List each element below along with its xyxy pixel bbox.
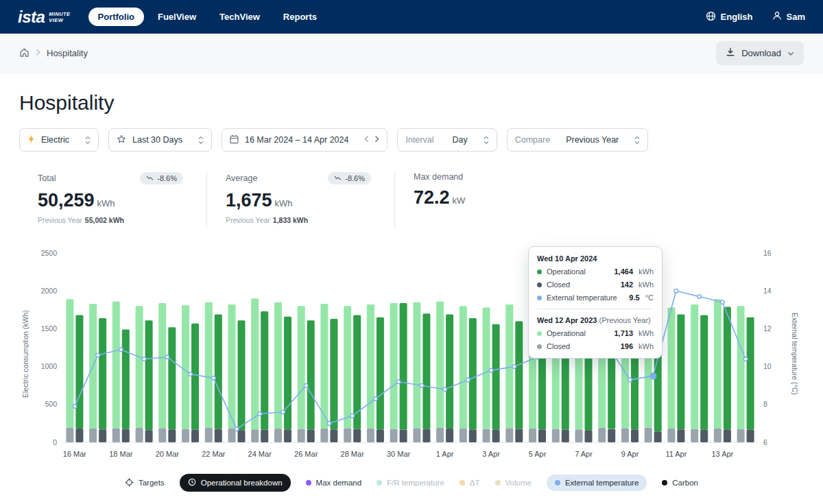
fr-temperature-dot-icon	[377, 480, 382, 485]
previous-period-icon[interactable]	[364, 135, 369, 145]
svg-text:16: 16	[763, 249, 772, 257]
svg-text:16 Mar: 16 Mar	[63, 450, 87, 458]
brand-subtitle: MINUTEVIEW	[49, 11, 70, 23]
download-button[interactable]: Download	[716, 41, 804, 65]
tooltip-row-prev-closed: Closed 196kWh	[537, 342, 654, 350]
primary-nav: Portfolio FuelView TechView Reports	[88, 8, 326, 26]
compare-select[interactable]: Compare Previous Year	[507, 128, 649, 152]
legend-fr-temperature[interactable]: F/R temperature	[377, 479, 444, 487]
carbon-dot-icon	[662, 480, 667, 485]
top-navbar: ista MINUTEVIEW Portfolio FuelView TechV…	[0, 0, 823, 34]
download-icon	[726, 47, 735, 59]
nav-tab-portfolio[interactable]: Portfolio	[88, 8, 144, 26]
breadcrumb: Hospitality	[19, 47, 88, 60]
breadcrumb-bar: Hospitality Download	[0, 34, 823, 73]
breadcrumb-current[interactable]: Hospitality	[47, 48, 88, 58]
svg-text:6: 6	[763, 438, 767, 446]
nav-tab-fuelview[interactable]: FuelView	[148, 8, 206, 26]
meter-type-select[interactable]: Electric	[19, 128, 99, 152]
kpi-previous: Previous Year1,833 kWh	[226, 216, 371, 224]
period-select[interactable]: Last 30 Days	[108, 128, 212, 152]
previous-closed-dot-icon	[537, 344, 542, 349]
trend-down-icon	[146, 174, 154, 182]
tooltip-row-temperature: External temperature 9.5°C	[537, 293, 654, 302]
svg-text:2000: 2000	[41, 287, 58, 295]
user-menu[interactable]: Sam	[772, 11, 805, 23]
main-content: Hospitality Electric Last 30 Days 16 Mar…	[0, 91, 823, 492]
interval-select[interactable]: Interval Day	[397, 128, 497, 152]
svg-text:1 Apr: 1 Apr	[436, 450, 454, 458]
legend-carbon[interactable]: Carbon	[662, 479, 698, 487]
select-stepper-icon	[198, 136, 204, 145]
svg-text:11 Apr: 11 Apr	[665, 450, 687, 458]
nav-tab-reports[interactable]: Reports	[274, 8, 326, 26]
clock-icon	[188, 478, 196, 488]
globe-icon	[706, 11, 716, 23]
svg-text:1000: 1000	[41, 362, 58, 370]
legend-volume[interactable]: Volume	[495, 479, 532, 487]
filter-bar: Electric Last 30 Days 16 Mar 2024 – 14 A…	[19, 128, 804, 152]
legend-operational-breakdown[interactable]: Operational breakdown	[180, 474, 291, 492]
svg-text:5 Apr: 5 Apr	[529, 450, 547, 458]
svg-text:20 Mar: 20 Mar	[156, 450, 180, 458]
select-stepper-icon	[484, 136, 489, 145]
temperature-dot-icon	[537, 296, 542, 300]
closed-dot-icon	[537, 283, 542, 287]
kpi-previous: Previous Year55,002 kWh	[38, 216, 183, 224]
previous-operational-dot-icon	[537, 331, 542, 336]
kpi-max-demand: Max demand 72.2kW	[394, 172, 582, 227]
kpi-total: Total -8.6% 50,259kWh Previous Year55,00…	[19, 172, 206, 227]
home-icon[interactable]	[19, 47, 29, 60]
svg-text:10: 10	[763, 362, 772, 370]
svg-text:2500: 2500	[41, 249, 58, 257]
svg-text:13 Apr: 13 Apr	[711, 450, 733, 458]
trend-down-icon	[334, 174, 342, 182]
nav-tab-techview[interactable]: TechView	[210, 8, 270, 26]
svg-text:12: 12	[763, 324, 772, 333]
svg-text:9 Apr: 9 Apr	[621, 450, 639, 458]
nav-right: English Sam	[706, 11, 805, 23]
tooltip-row-closed: Closed 142kWh	[537, 280, 654, 289]
tooltip-current-date: Wed 10 Apr 2024	[537, 254, 654, 263]
consumption-chart-section: Electric consumption (kWh) 0500100015002…	[19, 245, 804, 463]
svg-text:28 Mar: 28 Mar	[341, 450, 365, 458]
kpi-value: 72.2kW	[414, 187, 559, 208]
svg-text:7 Apr: 7 Apr	[575, 450, 593, 458]
svg-text:0: 0	[53, 438, 57, 446]
kpi-label: Total	[38, 173, 56, 183]
kpi-label: Average	[226, 173, 257, 183]
legend-targets[interactable]: Targets	[125, 478, 165, 488]
left-axis-title: Electric consumption (kWh)	[19, 245, 32, 463]
svg-text:500: 500	[45, 400, 57, 408]
electric-bolt-icon	[27, 134, 35, 146]
kpi-average: Average -8.6% 1,675kWh Previous Year1,83…	[206, 172, 394, 227]
chart-legend: Targets Operational breakdown Max demand…	[19, 474, 804, 492]
volume-dot-icon	[495, 480, 501, 485]
tooltip-previous-date: Wed 12 Apr 2023 (Previous Year)	[537, 316, 654, 324]
svg-text:1500: 1500	[41, 324, 58, 333]
kpi-summary: Total -8.6% 50,259kWh Previous Year55,00…	[19, 172, 804, 227]
consumption-chart[interactable]: 05001000150020002500681012141616 Mar18 M…	[32, 245, 789, 463]
delta-t-dot-icon	[460, 480, 465, 485]
tooltip-row-prev-operational: Operational 1,713kWh	[537, 329, 654, 337]
svg-text:14: 14	[763, 287, 772, 295]
star-icon	[117, 134, 126, 146]
kpi-value: 50,259kWh	[38, 190, 183, 211]
ista-logo[interactable]: ista MINUTEVIEW	[18, 8, 71, 27]
legend-delta-t[interactable]: ΔT	[460, 479, 480, 487]
legend-max-demand[interactable]: Max demand	[306, 479, 361, 487]
kpi-value: 1,675kWh	[226, 190, 371, 211]
svg-text:26 Mar: 26 Mar	[294, 450, 318, 458]
svg-text:24 Mar: 24 Mar	[248, 450, 272, 458]
language-selector[interactable]: English	[706, 11, 753, 23]
change-badge: -8.6%	[140, 172, 183, 184]
svg-text:18 Mar: 18 Mar	[109, 450, 133, 458]
calendar-icon	[230, 134, 239, 146]
external-temperature-dot-icon	[555, 480, 560, 485]
svg-text:22 Mar: 22 Mar	[202, 450, 226, 458]
tooltip-divider	[537, 309, 654, 309]
chevron-down-icon	[787, 48, 794, 58]
legend-external-temperature[interactable]: External temperature	[547, 475, 647, 491]
date-range-picker[interactable]: 16 Mar 2024 – 14 Apr 2024	[222, 128, 388, 152]
next-period-icon[interactable]	[374, 135, 379, 145]
